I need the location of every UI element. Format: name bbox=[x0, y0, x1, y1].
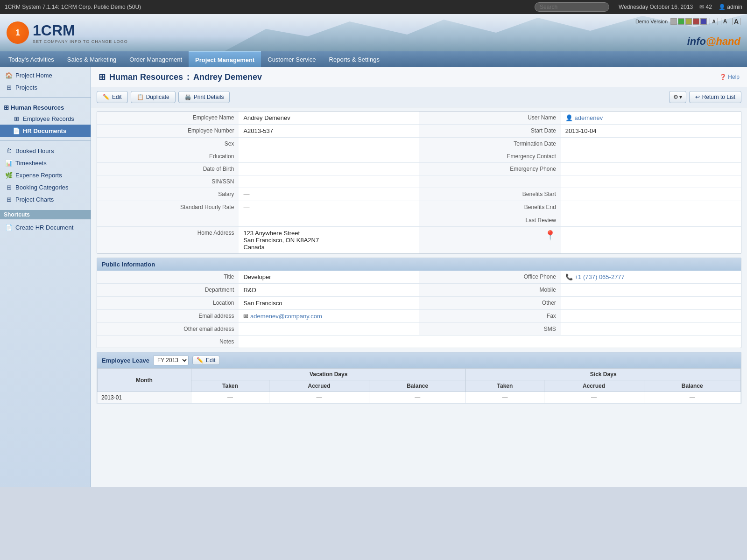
v-balance-cell: — bbox=[369, 392, 466, 404]
toolbar-right: ⚙ ▾ ↩ Return to List bbox=[669, 91, 741, 103]
sidebar-parent-hr: ⊞ Human Resources bbox=[0, 101, 91, 112]
nav-reports-settings[interactable]: Reports & Settings bbox=[323, 51, 386, 67]
benefits-end-label: Benefits End bbox=[419, 201, 560, 214]
table-row: Salary — Benefits Start bbox=[97, 188, 741, 201]
nav-order-management[interactable]: Order Management bbox=[123, 51, 189, 67]
sidebar-item-project-charts[interactable]: ⊞ Project Charts bbox=[0, 193, 91, 205]
demo-bar: Demo Version A A A bbox=[635, 18, 740, 25]
sidebar-item-projects[interactable]: ⊞ Projects bbox=[0, 81, 91, 93]
sidebar-item-timesheets[interactable]: 📊 Timesheets bbox=[0, 157, 91, 169]
return-to-list-button[interactable]: ↩ Return to List bbox=[689, 91, 741, 103]
nav-bar: Today's Activities Sales & Marketing Ord… bbox=[0, 51, 747, 67]
table-row: Location San Francisco Other bbox=[97, 297, 741, 310]
edit-button[interactable]: ✏️ Edit bbox=[97, 91, 128, 103]
shortcuts-label: Shortcuts bbox=[0, 210, 91, 219]
sidebar-section-hr: ⊞ Human Resources ⊞ Employee Records 📄 H… bbox=[0, 99, 91, 139]
page-title: ⊞ Human Resources: Andrey Demenev bbox=[99, 72, 262, 82]
username-link[interactable]: ademenev bbox=[574, 114, 603, 121]
benefits-start-label: Benefits Start bbox=[419, 188, 560, 201]
project-charts-icon: ⊞ bbox=[5, 196, 13, 203]
settings-button[interactable]: ⚙ ▾ bbox=[669, 91, 686, 103]
sidebar-item-hr-documents[interactable]: 📄 HR Documents bbox=[0, 125, 91, 137]
leave-header-row: Month Vacation Days Sick Days bbox=[98, 369, 741, 380]
sms-label: SMS bbox=[419, 323, 560, 336]
projects-icon: ⊞ bbox=[5, 84, 13, 91]
sinssn-value bbox=[239, 175, 419, 188]
notes-label: Notes bbox=[97, 336, 239, 348]
nav-customer-service[interactable]: Customer Service bbox=[261, 51, 322, 67]
education-label: Education bbox=[97, 150, 239, 163]
location-value: San Francisco bbox=[239, 297, 419, 310]
emergency-phone-label: Emergency Phone bbox=[419, 163, 560, 175]
demo-sq-1 bbox=[670, 18, 677, 25]
office-phone-value: 📞 +1 (737) 065-2777 bbox=[561, 271, 741, 284]
salary-label: Salary bbox=[97, 188, 239, 201]
hr-documents-icon: 📄 bbox=[12, 127, 21, 134]
home-address-value: 123 Anywhere Street San Francisco, ON K8… bbox=[239, 227, 419, 254]
sick-col-header: Sick Days bbox=[466, 369, 741, 380]
table-row: Home Address 123 Anywhere Street San Fra… bbox=[97, 227, 741, 254]
mobile-label: Mobile bbox=[419, 284, 560, 297]
duplicate-icon: 📋 bbox=[137, 94, 144, 100]
notes-value bbox=[239, 336, 741, 348]
timesheets-icon: 📊 bbox=[5, 159, 13, 167]
mail-count: ✉ 42 bbox=[699, 4, 712, 10]
other-label: Other bbox=[419, 297, 560, 310]
font-size-small[interactable]: A bbox=[710, 18, 718, 25]
title-label: Title bbox=[97, 271, 239, 284]
username-label: User Name bbox=[419, 112, 560, 125]
sidebar-item-project-home[interactable]: 🏠 Project Home bbox=[0, 69, 91, 81]
right-info: Wednesday October 16, 2013 ✉ 42 👤 admin bbox=[619, 4, 742, 10]
fy-select[interactable]: FY 2013 bbox=[153, 355, 189, 365]
font-size-large[interactable]: A bbox=[732, 18, 740, 25]
office-phone-link[interactable]: +1 (737) 065-2777 bbox=[574, 273, 624, 280]
nav-project-management[interactable]: Project Management bbox=[189, 51, 261, 67]
sidebar-shortcuts: 📄 Create HR Document bbox=[0, 219, 91, 235]
gear-icon: ⚙ bbox=[673, 94, 678, 100]
duplicate-button[interactable]: 📋 Duplicate bbox=[131, 91, 176, 103]
breadcrumb-module: Human Resources bbox=[109, 72, 183, 82]
sidebar-item-booked-hours[interactable]: ⏱ Booked Hours bbox=[0, 145, 91, 157]
s-taken-header: Taken bbox=[466, 380, 544, 392]
create-hr-doc-icon: 📄 bbox=[5, 224, 13, 231]
nav-sales-marketing[interactable]: Sales & Marketing bbox=[61, 51, 123, 67]
demo-sq-4 bbox=[693, 18, 699, 25]
brand-name: 1CRM bbox=[33, 22, 128, 39]
s-balance-header: Balance bbox=[644, 380, 740, 392]
edit-icon: ✏️ bbox=[103, 94, 110, 100]
email-icon: ✉ bbox=[243, 313, 248, 320]
help-link[interactable]: ❓ Help bbox=[719, 74, 740, 80]
employee-name-value: Andrey Demenev bbox=[239, 112, 419, 125]
leave-edit-button[interactable]: ✏️ Edit bbox=[192, 356, 220, 365]
employee-basic-section: Employee Name Andrey Demenev User Name 👤… bbox=[97, 111, 741, 254]
booking-categories-icon: ⊞ bbox=[5, 183, 13, 191]
leave-subheader-row: Taken Accrued Balance Taken Accrued Bala… bbox=[98, 380, 741, 392]
logo-text: 1CRM SET COMPANY INFO TO CHANGE LOGO bbox=[33, 22, 128, 44]
sidebar-section-time: ⏱ Booked Hours 📊 Timesheets 🌿 Expense Re… bbox=[0, 143, 91, 207]
table-row: Employee Number A2013-537 Start Date 201… bbox=[97, 125, 741, 138]
home-icon: 🏠 bbox=[5, 71, 13, 79]
search-input[interactable] bbox=[535, 2, 609, 12]
demo-sq-3 bbox=[685, 18, 692, 25]
other-email-label: Other email address bbox=[97, 323, 239, 336]
sidebar-item-create-hr-document[interactable]: 📄 Create HR Document bbox=[0, 221, 91, 233]
sinssn-label: SIN/SSN bbox=[97, 175, 239, 188]
email-link[interactable]: ademenev@company.com bbox=[250, 313, 322, 320]
demo-sq-2 bbox=[678, 18, 684, 25]
sidebar-item-booking-categories[interactable]: ⊞ Booking Categories bbox=[0, 181, 91, 193]
other-value bbox=[561, 297, 741, 310]
table-row: 2013-01 — — — — — — bbox=[98, 392, 741, 404]
nav-todays-activities[interactable]: Today's Activities bbox=[2, 51, 61, 67]
font-size-medium[interactable]: A bbox=[721, 18, 729, 25]
help-icon: ❓ bbox=[719, 74, 726, 80]
user-icon-small: 👤 bbox=[565, 114, 573, 121]
sidebar-item-expense-reports[interactable]: 🌿 Expense Reports bbox=[0, 169, 91, 181]
print-button[interactable]: 🖨️ Print Details bbox=[178, 91, 230, 103]
chevron-down-icon: ▾ bbox=[679, 94, 682, 100]
department-label: Department bbox=[97, 284, 239, 297]
sidebar-item-employee-records[interactable]: ⊞ Employee Records bbox=[0, 112, 91, 125]
table-row: Sex Termination Date bbox=[97, 138, 741, 150]
salary-value: — bbox=[239, 188, 419, 201]
toolbar-left: ✏️ Edit 📋 Duplicate 🖨️ Print Details bbox=[97, 91, 230, 103]
return-icon: ↩ bbox=[695, 94, 700, 100]
